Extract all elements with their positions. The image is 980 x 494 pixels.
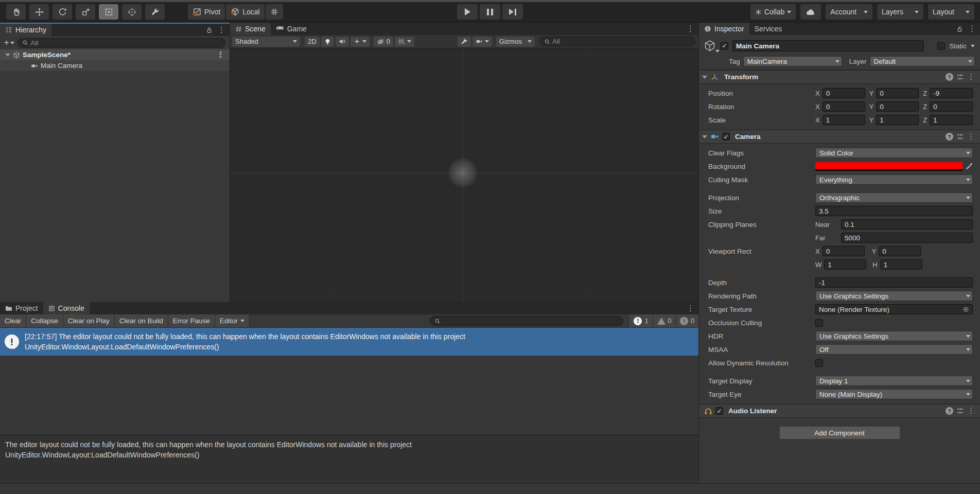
scale-z-field[interactable]: 1 xyxy=(930,115,973,125)
static-dropdown-caret[interactable] xyxy=(971,45,975,47)
rotation-z-field[interactable]: 0 xyxy=(930,101,973,112)
lock-icon[interactable] xyxy=(206,26,213,33)
scene-camera-dropdown[interactable] xyxy=(472,37,492,47)
preset-icon[interactable] xyxy=(956,73,964,81)
allow-dynamic-resolution-checkbox[interactable] xyxy=(815,359,823,367)
scene-search-input[interactable]: All xyxy=(539,37,695,46)
console-clear-button[interactable]: Clear xyxy=(0,314,26,327)
rendering-path-dropdown[interactable]: Use Graphics Settings xyxy=(815,291,973,301)
near-clip-field[interactable]: 0.1 xyxy=(841,219,973,230)
background-color-swatch[interactable] xyxy=(815,162,962,171)
2d-toggle-button[interactable]: 2D xyxy=(305,37,320,47)
viewport-x-field[interactable]: 0 xyxy=(822,246,865,256)
play-button[interactable] xyxy=(457,4,478,20)
far-clip-field[interactable]: 5000 xyxy=(841,233,973,243)
target-eye-dropdown[interactable]: None (Main Display) xyxy=(815,389,973,399)
eyedropper-icon[interactable] xyxy=(966,163,973,170)
msaa-dropdown[interactable]: Off xyxy=(815,344,973,355)
audio-listener-component-header[interactable]: ✓ Audio Listener ? ⋮ xyxy=(699,404,980,418)
error-count-toggle[interactable]: ! 0 xyxy=(675,314,698,327)
rect-tool-button[interactable] xyxy=(99,4,118,20)
panel-menu-icon[interactable]: ⋮ xyxy=(687,305,694,312)
component-menu-icon[interactable]: ⋮ xyxy=(967,407,975,415)
layer-dropdown[interactable]: Default xyxy=(870,56,975,66)
step-button[interactable] xyxy=(502,4,523,20)
static-checkbox[interactable] xyxy=(937,42,945,50)
pivot-toggle-button[interactable]: Pivot xyxy=(188,4,225,20)
preset-icon[interactable] xyxy=(956,407,964,415)
viewport-y-field[interactable]: 0 xyxy=(879,246,921,256)
occlusion-culling-checkbox[interactable] xyxy=(815,319,823,327)
grid-snap-button[interactable] xyxy=(266,4,283,20)
draw-mode-dropdown[interactable]: Shaded xyxy=(232,37,300,47)
gizmos-dropdown[interactable]: Gizmos xyxy=(496,37,535,47)
help-icon[interactable]: ? xyxy=(946,407,953,415)
tag-dropdown[interactable]: MainCamera xyxy=(743,56,842,66)
active-checkbox[interactable]: ✓ xyxy=(721,42,728,50)
viewport-w-field[interactable]: 1 xyxy=(824,259,866,270)
collab-dropdown[interactable]: Collab xyxy=(750,4,796,20)
help-icon[interactable]: ? xyxy=(946,73,953,81)
hierarchy-search-input[interactable]: All xyxy=(18,38,225,48)
object-picker-icon[interactable] xyxy=(962,306,969,313)
lock-icon[interactable] xyxy=(956,25,963,32)
foldout-open-icon[interactable] xyxy=(5,54,10,57)
rotation-x-field[interactable]: 0 xyxy=(822,101,865,112)
foldout-open-icon[interactable] xyxy=(702,135,707,138)
transform-tool-button[interactable] xyxy=(122,4,142,20)
component-menu-icon[interactable]: ⋮ xyxy=(967,133,975,140)
scene-lighting-button[interactable] xyxy=(321,37,334,47)
layers-dropdown[interactable]: Layers xyxy=(877,4,923,20)
scale-tool-button[interactable] xyxy=(76,4,95,20)
position-y-field[interactable]: 0 xyxy=(876,88,919,98)
local-toggle-button[interactable]: Local xyxy=(226,4,264,20)
scene-row-menu-icon[interactable]: ⋮ xyxy=(217,51,224,59)
audio-listener-enabled-checkbox[interactable]: ✓ xyxy=(715,407,723,415)
camera-component-header[interactable]: ✓ Camera ? ⋮ xyxy=(699,130,980,144)
add-component-button[interactable]: Add Component xyxy=(779,426,900,439)
viewport-h-field[interactable]: 1 xyxy=(880,259,922,270)
scene-row[interactable]: SampleScene* ⋮ xyxy=(0,49,230,60)
console-log-entry[interactable]: ! [22:17:57] The editor layout could not… xyxy=(0,328,698,356)
component-menu-icon[interactable]: ⋮ xyxy=(967,73,975,81)
move-tool-button[interactable] xyxy=(29,4,49,20)
console-clear-on-play-button[interactable]: Clear on Play xyxy=(63,314,115,327)
foldout-open-icon[interactable] xyxy=(702,76,707,79)
clear-flags-dropdown[interactable]: Solid Color xyxy=(815,148,973,158)
effects-dropdown[interactable] xyxy=(351,37,370,47)
console-error-pause-button[interactable]: Error Pause xyxy=(168,314,215,327)
tab-services[interactable]: Services xyxy=(749,23,787,35)
layout-dropdown[interactable]: Layout xyxy=(928,4,974,20)
size-field[interactable]: 3.5 xyxy=(815,206,973,216)
panel-menu-icon[interactable]: ⋮ xyxy=(968,25,976,33)
panel-menu-icon[interactable]: ⋮ xyxy=(687,25,694,33)
culling-mask-dropdown[interactable]: Everything xyxy=(815,174,973,185)
transform-component-header[interactable]: Transform ? ⋮ xyxy=(699,70,980,84)
cloud-button[interactable] xyxy=(800,4,821,20)
target-display-dropdown[interactable]: Display 1 xyxy=(815,376,973,386)
console-collapse-button[interactable]: Collapse xyxy=(26,314,63,327)
hand-tool-button[interactable] xyxy=(6,4,26,20)
panel-menu-icon[interactable]: ⋮ xyxy=(218,26,225,34)
log-count-toggle[interactable]: ! 1 xyxy=(628,314,653,327)
tab-inspector[interactable]: Inspector xyxy=(699,23,749,35)
console-search-input[interactable] xyxy=(430,316,623,326)
hierarchy-item-main-camera[interactable]: Main Camera xyxy=(0,60,230,71)
target-texture-field[interactable]: None (Render Texture) xyxy=(815,304,973,314)
position-x-field[interactable]: 0 xyxy=(822,88,865,98)
scale-y-field[interactable]: 1 xyxy=(876,115,919,125)
position-z-field[interactable]: -9 xyxy=(930,88,973,98)
preset-icon[interactable] xyxy=(956,133,964,140)
scene-canvas[interactable] xyxy=(230,48,698,302)
pause-button[interactable] xyxy=(480,4,500,20)
tab-scene[interactable]: Scene xyxy=(230,23,271,35)
scene-tools-button[interactable] xyxy=(458,37,471,47)
gameobject-name-field[interactable]: Main Camera xyxy=(732,40,924,51)
console-editor-dropdown[interactable]: Editor xyxy=(215,314,250,327)
tab-hierarchy[interactable]: Hierarchy xyxy=(0,24,51,36)
gameobject-cube-icon[interactable] xyxy=(703,39,716,52)
tab-project[interactable]: Project xyxy=(0,302,43,314)
console-clear-on-build-button[interactable]: Clear on Build xyxy=(115,314,168,327)
warning-count-toggle[interactable]: 0 xyxy=(653,314,676,327)
grid-visibility-dropdown[interactable] xyxy=(395,37,414,47)
